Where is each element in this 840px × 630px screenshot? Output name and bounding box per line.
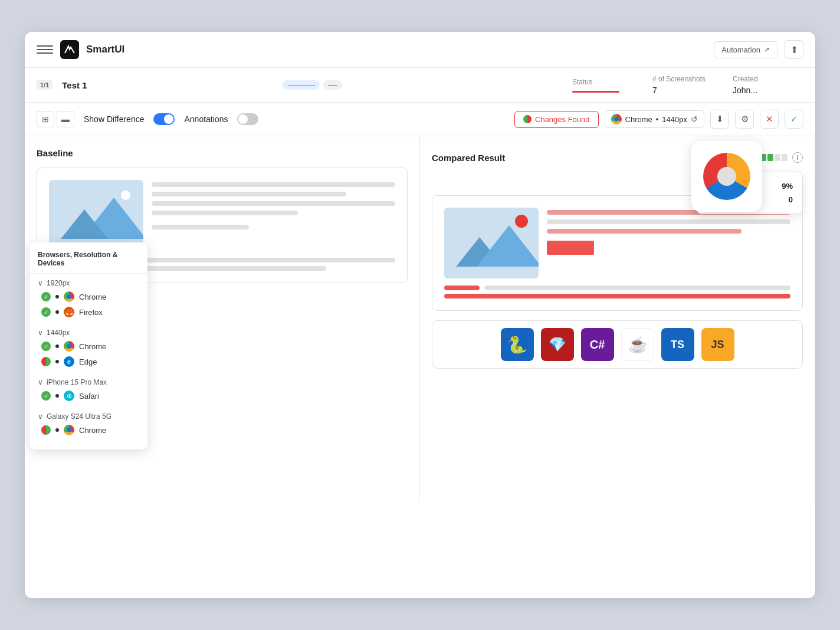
comp-bottom-gray [484, 286, 790, 290]
java-icon: ☕ [621, 328, 654, 361]
view-toggle: ⊞ ▬ [37, 111, 74, 127]
mountain-small [61, 209, 108, 239]
settings-button[interactable]: ⚙ [735, 110, 754, 129]
browser-chrome-1920-label: Chrome [79, 293, 106, 301]
chrome-badge[interactable]: Chrome • 1440px ↺ [605, 110, 704, 128]
half-check-icon-edge [41, 357, 51, 366]
edge-browser-icon: e [64, 356, 74, 367]
check-icon-chrome-1440: ✓ [41, 342, 51, 351]
automation-button[interactable]: Automation ↗ [714, 41, 777, 58]
python-icon: 🐍 [501, 328, 534, 361]
app-title: SmartUI [86, 44, 124, 55]
annotations-toggle-knob [238, 114, 248, 124]
annotations-label: Annotations [184, 114, 228, 124]
show-difference-label: Show Difference [84, 114, 144, 124]
browser-item-firefox-1920[interactable]: ✓ 🦊 Firefox [38, 304, 139, 320]
sun-dot [121, 191, 130, 200]
info-icon[interactable]: i [792, 152, 803, 163]
comp-bottom-red2 [444, 294, 790, 298]
baseline-title: Baseline [37, 148, 73, 158]
toggle-knob [164, 114, 173, 124]
main-container: SmartUI Automation ↗ ⬆ 1/1 Test 1 ──────… [25, 32, 815, 598]
show-difference-toggle[interactable] [153, 113, 175, 125]
group-1440px-header[interactable]: ∨ 1440px [38, 327, 139, 339]
refresh-icon: ↺ [691, 114, 698, 124]
split-view-button[interactable]: ⊞ [37, 111, 54, 127]
compared-lines [547, 208, 790, 255]
compared-title: Compared Result [432, 153, 505, 163]
group-galaxy-header[interactable]: ∨ Galaxy S24 Ultra 5G [38, 411, 139, 422]
annotations-toggle[interactable] [237, 113, 258, 125]
group-iphone-header[interactable]: ∨ iPhone 15 Pro Max [38, 376, 139, 388]
comp-bottom-row [444, 286, 790, 290]
chrome-app-icon [703, 153, 750, 200]
browser-item-chrome-1920[interactable]: ✓ Chrome [38, 289, 139, 304]
screenshots-column: # of Screenshots 7 [652, 75, 723, 95]
browser-safari-label: Safari [79, 392, 99, 401]
tag-small: ── [323, 80, 342, 90]
baseline-image-row [49, 180, 395, 251]
browser-chrome-galaxy-label: Chrome [79, 426, 106, 435]
chrome-label: Chrome [625, 115, 652, 124]
typescript-icon: TS [661, 328, 694, 361]
approve-button[interactable]: ✓ [785, 110, 803, 129]
group-galaxy: ∨ Galaxy S24 Ultra 5G Chrome [29, 407, 147, 441]
comp-line-2 [547, 219, 790, 224]
chevron-down-icon-3: ∨ [38, 378, 43, 386]
chrome-app-overlay [691, 141, 762, 212]
group-1920px-label: 1920px [47, 279, 70, 287]
bar-4 [767, 154, 773, 161]
browser-item-chrome-galaxy[interactable]: Chrome [38, 422, 139, 438]
comp-bottom-red [444, 286, 480, 290]
csharp-icon: C# [581, 328, 614, 361]
dot-sep-3 [55, 344, 59, 348]
check-icon-safari: ✓ [41, 391, 51, 401]
chrome-logo-icon [611, 114, 622, 124]
browsers-panel: Browsers, Resolution & Devices ∨ 1920px … [29, 242, 147, 449]
red-dot-diff [515, 215, 528, 228]
single-view-button[interactable]: ▬ [57, 111, 74, 127]
line-2 [152, 192, 346, 196]
bar-5 [775, 154, 780, 161]
group-1440px: ∨ 1440px ✓ Chrome e Edge [29, 323, 147, 373]
compared-image [444, 208, 539, 278]
created-label: Created [733, 75, 803, 83]
status-bar [572, 91, 619, 93]
share-button[interactable]: ⬆ [785, 40, 803, 59]
download-button[interactable]: ⬇ [710, 110, 729, 129]
comp-line-3 [547, 229, 741, 234]
chevron-down-icon-2: ∨ [38, 329, 43, 337]
bullet-separator: • [656, 115, 659, 124]
chevron-down-icon: ∨ [38, 279, 43, 287]
changes-found-label: Changes Found [535, 115, 590, 124]
line-3 [152, 201, 395, 206]
hamburger-menu-icon[interactable] [37, 41, 53, 58]
chevron-down-icon-4: ∨ [38, 412, 43, 421]
compared-image-row [444, 208, 790, 278]
mismatch-value: 9% [782, 182, 793, 191]
browser-item-safari-iphone[interactable]: ✓ ⊕ Safari [38, 388, 139, 403]
group-1920px-header[interactable]: ∨ 1920px [38, 277, 139, 289]
smartui-logo [60, 40, 79, 59]
dot-sep-4 [55, 360, 59, 363]
settings-icon: ⚙ [741, 114, 749, 124]
browser-item-chrome-1440[interactable]: ✓ Chrome [38, 339, 139, 354]
screenshots-label: # of Screenshots [652, 75, 723, 83]
dot-separator-2 [55, 310, 59, 314]
dot-sep-6 [55, 428, 59, 432]
external-link-icon: ↗ [764, 45, 770, 54]
dot-separator [55, 295, 59, 298]
test-badge: 1/1 [37, 80, 52, 90]
javascript-icon: JS [701, 328, 734, 361]
browser-item-edge-1440[interactable]: e Edge [38, 354, 139, 369]
download-icon: ⬇ [716, 114, 724, 124]
line-5 [152, 225, 249, 229]
share-icon: ⬆ [790, 44, 798, 55]
check-icon-firefox-1920: ✓ [41, 307, 51, 317]
tech-icons-row: 🐍 💎 C# ☕ TS JS [432, 320, 803, 369]
group-1920px: ∨ 1920px ✓ Chrome ✓ 🦊 Firefox [29, 274, 147, 323]
browser-firefox-label: Firefox [79, 308, 103, 317]
close-button[interactable]: ✕ [760, 110, 779, 129]
automation-label: Automation [721, 45, 760, 54]
changes-found-button[interactable]: Changes Found [514, 111, 599, 128]
